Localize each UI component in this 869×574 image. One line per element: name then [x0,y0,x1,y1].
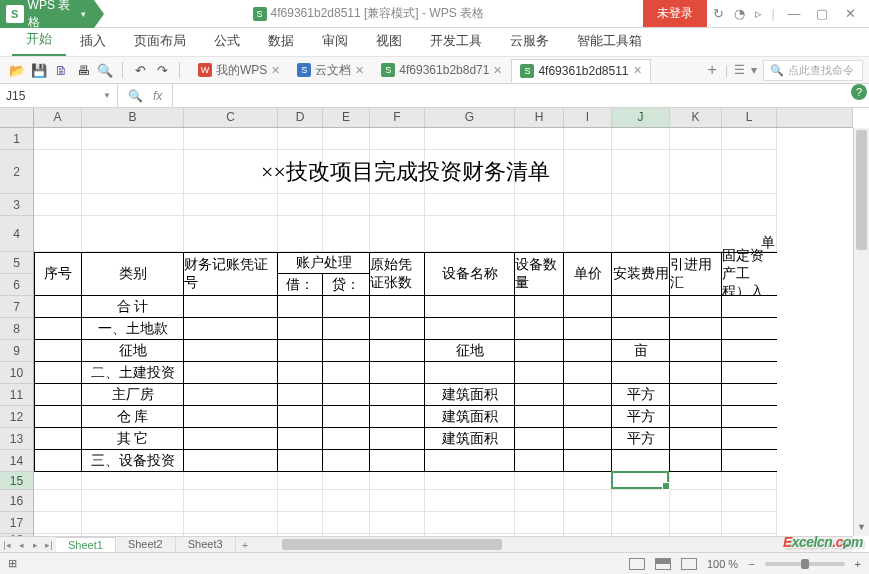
col-header-A[interactable]: A [34,108,82,127]
header-fixed[interactable]: 固定资产工程）入 [722,252,777,296]
cell-A13[interactable] [34,428,82,450]
row-header-3[interactable]: 3 [0,194,33,216]
col-header-H[interactable]: H [515,108,564,127]
cell-H8[interactable] [515,318,564,340]
cell-F13[interactable] [370,428,425,450]
ribbon-tab-1[interactable]: 插入 [66,26,120,56]
col-header-K[interactable]: K [670,108,722,127]
close-tab-icon[interactable]: ✕ [271,64,280,77]
add-sheet-button[interactable]: + [236,539,254,551]
cell-B13[interactable]: 其 它 [82,428,184,450]
cell-C14[interactable] [184,450,278,472]
zoom-out-button[interactable]: − [748,558,754,570]
fx-search-icon[interactable]: 🔍 [128,89,143,103]
cell-A7[interactable] [34,296,82,318]
ribbon-tab-8[interactable]: 云服务 [496,26,563,56]
cell-G8[interactable] [425,318,515,340]
cell-B8[interactable]: 一、土地款 [82,318,184,340]
cell-L9[interactable] [722,340,777,362]
cell-I7[interactable] [564,296,612,318]
cell-D10[interactable] [278,362,323,384]
cell-F12[interactable] [370,406,425,428]
cell-D7[interactable] [278,296,323,318]
vscroll-thumb[interactable] [856,130,867,250]
cell-G9[interactable]: 征地 [425,340,515,362]
cell-D8[interactable] [278,318,323,340]
cell-H11[interactable] [515,384,564,406]
cell-B12[interactable]: 仓 库 [82,406,184,428]
cell-E10[interactable] [323,362,370,384]
cell-C8[interactable] [184,318,278,340]
cell-K11[interactable] [670,384,722,406]
cell-L14[interactable] [722,450,777,472]
row-header-13[interactable]: 13 [0,428,33,450]
doc-tab-1[interactable]: S云文档✕ [289,58,373,83]
col-header-I[interactable]: I [564,108,612,127]
cell-D13[interactable] [278,428,323,450]
row-header-9[interactable]: 9 [0,340,33,362]
header-install[interactable]: 安装费用 [612,252,670,296]
menu-collapse-icon[interactable]: ☰ [734,63,745,77]
cell-A14[interactable] [34,450,82,472]
select-all-corner[interactable] [0,108,34,128]
cell-E12[interactable] [323,406,370,428]
ribbon-tab-7[interactable]: 开发工具 [416,26,496,56]
row-header-10[interactable]: 10 [0,362,33,384]
cell-H9[interactable] [515,340,564,362]
cell-J9[interactable]: 亩 [612,340,670,362]
cell-C9[interactable] [184,340,278,362]
cell-L8[interactable] [722,318,777,340]
open-icon[interactable]: 📂 [8,61,26,79]
cell-I14[interactable] [564,450,612,472]
minimize-button[interactable]: — [785,6,803,21]
formula-input[interactable] [173,84,869,107]
app-menu-chevron-icon[interactable]: ▾ [81,9,86,19]
row-header-16[interactable]: 16 [0,490,33,512]
sync-icon[interactable]: ↻ [713,6,724,21]
row-header-2[interactable]: 2 [0,150,33,194]
options-icon[interactable]: ▾ [751,63,757,77]
share-icon[interactable]: ▹ [755,6,762,21]
header-account[interactable]: 账户处理 [278,252,370,274]
cell-K14[interactable] [670,450,722,472]
header-credit[interactable]: 贷： [323,274,370,296]
page-view-icon[interactable] [655,558,671,570]
row-header-8[interactable]: 8 [0,318,33,340]
sheet-tab-2[interactable]: Sheet3 [176,537,236,552]
normal-view-icon[interactable] [629,558,645,570]
header-qty[interactable]: 设备数量 [515,252,564,296]
cell-G13[interactable]: 建筑面积 [425,428,515,450]
ribbon-tab-3[interactable]: 公式 [200,26,254,56]
col-header-F[interactable]: F [370,108,425,127]
cell-B7[interactable]: 合 计 [82,296,184,318]
cell-I12[interactable] [564,406,612,428]
cell-D11[interactable] [278,384,323,406]
cell-F14[interactable] [370,450,425,472]
undo-icon[interactable]: ↶ [131,61,149,79]
print-icon[interactable]: 🖶 [74,61,92,79]
cell-F10[interactable] [370,362,425,384]
doc-tab-2[interactable]: S4f69361b2b8d71✕ [373,59,511,81]
sheet-nav-next-icon[interactable]: ▸ [28,540,42,550]
col-header-C[interactable]: C [184,108,278,127]
col-header-D[interactable]: D [278,108,323,127]
row-header-1[interactable]: 1 [0,128,33,150]
cell-H10[interactable] [515,362,564,384]
fx-label[interactable]: fx [153,89,162,103]
horizontal-scrollbar[interactable]: ◀ ▶ [280,536,853,552]
cell-J11[interactable]: 平方 [612,384,670,406]
doc-tab-3[interactable]: S4f69361b2d8511✕ [511,59,650,83]
col-header-B[interactable]: B [82,108,184,127]
cell-H13[interactable] [515,428,564,450]
cloud-icon[interactable]: ◔ [734,6,745,21]
cell-F11[interactable] [370,384,425,406]
col-header-E[interactable]: E [323,108,370,127]
header-voucher[interactable]: 财务记账凭证号 [184,252,278,296]
cell-F8[interactable] [370,318,425,340]
doc-tab-0[interactable]: W我的WPS✕ [190,58,289,83]
cell-K8[interactable] [670,318,722,340]
cell-B9[interactable]: 征地 [82,340,184,362]
cell-K10[interactable] [670,362,722,384]
redo-icon[interactable]: ↷ [153,61,171,79]
cell-I9[interactable] [564,340,612,362]
